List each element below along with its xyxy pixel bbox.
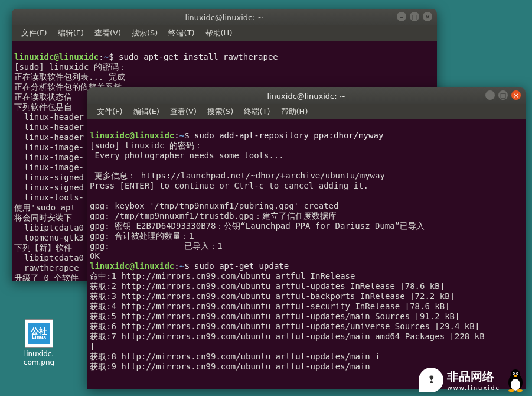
- line: [sudo] linuxidc 的密码：: [14, 62, 127, 72]
- line: 命中:1 http://mirrors.cn99.com/ubuntu artf…: [90, 271, 355, 281]
- line: 下列【新】软件: [14, 243, 72, 252]
- menubar: 文件(F) 编辑(E) 查看(V) 搜索(S) 终端(T) 帮助(H): [12, 25, 437, 41]
- prompt-user: linuxidc@linuxidc: [14, 52, 99, 61]
- menu-edit[interactable]: 编辑(E): [53, 26, 89, 40]
- line: 正在读取软件包列表... 完成: [14, 72, 125, 82]
- line: linux-signed: [14, 183, 84, 192]
- line: gpg: 密钥 E2B7D64D93330B78：公钥“Launchpad PP…: [90, 221, 425, 231]
- line: 获取:9 http://mirrors.cn99.com/ubuntu artf…: [90, 362, 370, 371]
- svg-point-6: [517, 373, 518, 374]
- line: 获取:3 http://mirrors.cn99.com/ubuntu artf…: [90, 291, 455, 301]
- line: [sudo] linuxidc 的密码：: [90, 141, 203, 150]
- menu-file[interactable]: 文件(F): [17, 26, 52, 40]
- svg-point-9: [517, 389, 523, 392]
- menu-view[interactable]: 查看(V): [165, 105, 201, 119]
- line: linux-header: [14, 132, 84, 142]
- maximize-button[interactable]: □: [498, 90, 508, 100]
- line: gpg: keybox '/tmp/tmp9nnuxmf1/pubring.gp…: [90, 201, 338, 210]
- line: linux-header: [14, 122, 84, 132]
- prompt-end: $: [109, 52, 119, 61]
- menu-terminal[interactable]: 终端(T): [164, 26, 199, 40]
- prompt-user: linuxidc@linuxidc: [90, 261, 174, 271]
- line: 正在读取状态信: [14, 92, 72, 102]
- menu-help[interactable]: 帮助(H): [276, 105, 313, 119]
- menu-file[interactable]: 文件(F): [92, 105, 128, 119]
- file-label: linuxidc. com.png: [18, 350, 60, 366]
- line: 获取:2 http://mirrors.cn99.com/ubuntu artf…: [90, 281, 445, 291]
- titlebar[interactable]: linuxidc@linuxidc: ~ – □ ×: [12, 9, 437, 25]
- terminal-output[interactable]: linuxidc@linuxidc:~$ sudo add-apt-reposi…: [87, 119, 526, 389]
- line: 升级了 0 个软件: [14, 273, 79, 281]
- line: 获取:8 http://mirrors.cn99.com/ubuntu artf…: [90, 352, 380, 361]
- penguin-icon: [505, 368, 526, 392]
- menu-edit[interactable]: 编辑(E): [129, 105, 164, 119]
- line: 获取:5 http://mirrors.cn99.com/ubuntu artf…: [90, 311, 459, 321]
- cmd: sudo apt-get update: [194, 261, 289, 271]
- line: 下列软件包是自: [14, 102, 72, 112]
- line: linux-image-: [14, 152, 84, 162]
- cmd: sudo add-apt-repository ppa:dhor/myway: [194, 131, 383, 140]
- line: topmenu-gtk3: [14, 233, 84, 242]
- thumb-text-2: Linux: [32, 335, 46, 340]
- line: 更多信息： https://launchpad.net/~dhor/+archi…: [90, 171, 385, 180]
- close-button[interactable]: ×: [511, 90, 521, 100]
- line: libiptcdata0: [14, 223, 84, 232]
- prompt-sep: :: [174, 131, 179, 140]
- prompt-user: linuxidc@linuxidc: [90, 131, 174, 140]
- watermark: 非品网络 www.linuxidc: [419, 368, 526, 392]
- menu-terminal[interactable]: 终端(T): [239, 105, 275, 119]
- prompt-end: $: [184, 261, 194, 271]
- window-title: linuxidc@linuxidc: ~: [267, 92, 345, 100]
- line: linux-image-: [14, 142, 84, 152]
- menu-view[interactable]: 查看(V): [90, 26, 126, 40]
- line: rawtherapee: [14, 263, 79, 272]
- watermark-sub: www.linuxidc: [447, 385, 500, 391]
- line: gpg: 合计被处理的数量：1: [90, 231, 194, 241]
- desktop-file-icon[interactable]: 公社 Linux linuxidc. com.png: [18, 319, 60, 366]
- line: Every photographer needs some tools...: [90, 151, 284, 160]
- line: 获取:4 http://mirrors.cn99.com/ubuntu artf…: [90, 301, 450, 311]
- prompt-path: ~: [104, 52, 109, 61]
- thumb-text-1: 公社: [31, 327, 47, 335]
- menubar: 文件(F) 编辑(E) 查看(V) 搜索(S) 终端(T) 帮助(H): [87, 104, 526, 119]
- line: linux-signed: [14, 173, 84, 182]
- menu-search[interactable]: 搜索(S): [203, 105, 238, 119]
- line: 将会同时安装下: [14, 213, 72, 222]
- line: 获取:7 http://mirrors.cn99.com/ubuntu artf…: [90, 332, 485, 341]
- watermark-bubble-icon: [419, 368, 443, 392]
- svg-point-7: [514, 375, 517, 377]
- line: Press [ENTER] to continue or Ctrl-c to c…: [90, 181, 368, 190]
- line: gpg: /tmp/tmp9nnuxmf1/trustdb.gpg：建立了信任度…: [90, 211, 337, 220]
- close-button[interactable]: ×: [423, 12, 432, 21]
- prompt-sep: :: [174, 261, 179, 271]
- line: linux-tools-: [14, 193, 84, 202]
- watermark-text: 非品网络: [447, 369, 494, 384]
- minimize-button[interactable]: –: [397, 12, 406, 21]
- line: 使用'sudo apt: [14, 203, 80, 212]
- menu-help[interactable]: 帮助(H): [201, 26, 237, 40]
- line: libiptcdata0: [14, 253, 84, 262]
- svg-point-5: [513, 373, 514, 374]
- maximize-button[interactable]: □: [410, 12, 419, 21]
- minimize-button[interactable]: –: [485, 90, 495, 100]
- line: OK: [90, 251, 100, 261]
- line: 获取:6 http://mirrors.cn99.com/ubuntu artf…: [90, 322, 479, 331]
- prompt-end: $: [184, 131, 194, 140]
- line: linux-header: [14, 112, 84, 122]
- line: gpg: 已导入：1: [90, 241, 223, 251]
- svg-point-8: [508, 389, 514, 392]
- svg-point-1: [511, 379, 520, 391]
- prompt-path: ~: [179, 131, 184, 140]
- menu-search[interactable]: 搜索(S): [127, 26, 162, 40]
- titlebar[interactable]: linuxidc@linuxidc: ~ – □ ×: [87, 87, 526, 104]
- window-title: linuxidc@linuxidc: ~: [185, 13, 263, 22]
- line: linux-image-: [14, 163, 84, 172]
- line: ]: [90, 342, 94, 351]
- terminal-window-2: linuxidc@linuxidc: ~ – □ × 文件(F) 编辑(E) 查…: [87, 87, 526, 389]
- prompt-path: ~: [179, 261, 184, 271]
- file-thumbnail: 公社 Linux: [25, 319, 53, 348]
- cmd: sudo apt-get install rawtherapee: [119, 52, 278, 61]
- svg-point-2: [511, 369, 520, 379]
- prompt-sep: :: [99, 52, 103, 61]
